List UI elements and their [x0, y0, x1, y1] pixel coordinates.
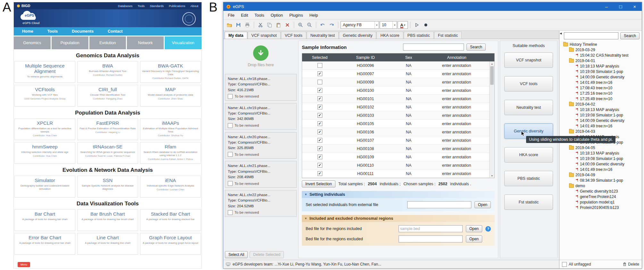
tree-item[interactable]: 10:19:08 Simulator:1-pop — [563, 112, 641, 118]
tool-card[interactable]: Stacked Bar Chart A package of tools for… — [140, 209, 201, 231]
method-button[interactable]: HKA score — [504, 147, 553, 163]
row-checkbox[interactable] — [318, 163, 322, 168]
row-checkbox[interactable] — [318, 121, 322, 126]
table-row[interactable]: HG00101 NA enter annotation — [302, 95, 489, 103]
row-checkbox[interactable] — [318, 105, 322, 109]
tree-item[interactable]: 10:18:13 MAP analysis — [563, 63, 641, 69]
tree-item[interactable]: 14:00:09 Genetic diversity — [563, 118, 641, 123]
row-checkbox[interactable] — [318, 138, 322, 143]
module-tab[interactable]: HKA score — [376, 32, 403, 39]
tool-card[interactable]: VCFtools Working with VCF files 1000 Gen… — [14, 85, 75, 107]
category-tab[interactable]: Genomics — [14, 36, 51, 49]
tree-item[interactable]: 15:04:32 CAS:Neutrality test — [563, 52, 641, 58]
tree-item[interactable]: 2019-03-29 — [563, 47, 641, 52]
method-button[interactable]: VCF snapshot — [504, 52, 553, 68]
history-search-button[interactable]: Search — [620, 32, 640, 39]
scroll-up-icon[interactable]: ▴ — [491, 61, 492, 66]
tree-item[interactable]: 2019-04-01 — [563, 58, 641, 63]
setting-individuals-header[interactable]: ▼ Setting individuals — [302, 191, 495, 198]
row-checkbox[interactable] — [318, 113, 322, 118]
to-be-removed-checkbox[interactable] — [228, 123, 233, 128]
tool-card[interactable]: Error Bar Chart A package of tools for d… — [14, 233, 75, 255]
tree-item[interactable]: geneTree:Protein124 — [563, 194, 641, 199]
category-tab[interactable]: Visualization — [165, 36, 202, 49]
tool-card[interactable]: Simulator Demography builder and coalesc… — [14, 176, 75, 197]
tool-card[interactable]: hmmSweep Inferring selection intensity a… — [14, 142, 75, 164]
tool-card[interactable]: tRNAscan-SE Searching for tRNA genes in … — [77, 142, 138, 164]
tool-card[interactable]: CIRI_full Circular RNA Identification To… — [77, 85, 138, 107]
table-row[interactable]: HG00110 NA enter annotation — [302, 161, 489, 170]
tree-item[interactable]: 14:01:49 tree:n=16 — [563, 123, 641, 129]
tool-card[interactable]: Rfam Search Rfam database to do ncRNA an… — [140, 142, 201, 164]
regions-included-input[interactable] — [399, 225, 463, 232]
minimize-button[interactable]: – — [599, 2, 614, 11]
module-tab[interactable]: Fst statistic — [434, 32, 462, 39]
menu-item[interactable]: File — [225, 12, 238, 19]
table-scrollbar[interactable]: ▴ ▾ — [489, 61, 494, 178]
help-icon[interactable]: ? — [485, 226, 491, 232]
tree-item[interactable]: Genetic diversity:b123 — [563, 188, 641, 194]
font-combo[interactable]: Agency FB ▾ — [341, 21, 379, 29]
module-tab[interactable]: VCF snapshot — [248, 32, 281, 39]
all-unflagged-checkbox[interactable] — [562, 262, 567, 267]
row-checkbox[interactable] — [318, 171, 322, 176]
method-button[interactable]: PBS statistic — [504, 171, 553, 186]
annotation-cell[interactable]: enter annotation — [424, 63, 489, 68]
annotation-cell[interactable]: enter annotation — [424, 155, 489, 159]
row-checkbox[interactable] — [318, 146, 322, 151]
save-icon[interactable] — [234, 21, 243, 29]
tool-card[interactable]: BWA-GATK Variant Discovery in High-Throu… — [140, 61, 201, 83]
tree-item[interactable]: 2019-04-05 — [563, 145, 641, 150]
tool-card[interactable]: Line Chart A package of tools for drawin… — [77, 233, 138, 255]
redo-icon[interactable] — [327, 21, 336, 29]
tool-card[interactable]: MAP Model-based analysis of proteomic da… — [140, 85, 201, 107]
file-item[interactable]: Name: ALL.chr21.phase... Type: CompressV… — [225, 161, 297, 188]
main-nav-link[interactable]: Home — [22, 29, 33, 34]
row-checkbox[interactable] — [318, 155, 322, 159]
collapse-panel-icon[interactable]: ◀ — [560, 32, 562, 35]
scroll-down-icon[interactable]: ▾ — [491, 173, 492, 178]
topbar-nav-link[interactable]: Databases — [118, 4, 132, 8]
topbar-nav-link[interactable]: About — [190, 4, 198, 8]
file-drop-zone[interactable]: Drop files here — [225, 41, 297, 72]
tool-card[interactable]: Bar Chart A package of tools for drawing… — [14, 209, 75, 231]
annotation-cell[interactable]: enter annotation — [424, 147, 489, 151]
annotation-cell[interactable]: enter annotation — [424, 72, 489, 76]
delete-selected-button[interactable]: Delete Selected — [250, 251, 284, 258]
tree-item[interactable]: 10:19:08 Simulator:1-pop — [563, 69, 641, 74]
table-row[interactable]: HG00105 NA enter annotation — [302, 120, 489, 128]
module-tab[interactable]: VCF tools — [281, 32, 306, 39]
record-icon[interactable] — [422, 21, 430, 29]
tree-item[interactable]: 10:19:08 Simulator:1-pop — [563, 156, 641, 161]
table-row[interactable]: HG00111 NA enter annotation — [302, 170, 489, 178]
annotation-cell[interactable]: enter annotation — [424, 122, 489, 126]
tool-card[interactable]: SSN Sample-Specific Network analysis for… — [77, 176, 138, 197]
annotation-cell[interactable]: enter annotation — [424, 113, 489, 118]
module-tab[interactable]: My data — [225, 32, 247, 39]
method-button[interactable]: Neutrality test — [504, 100, 553, 115]
to-be-removed-checkbox[interactable] — [228, 152, 233, 157]
tree-item[interactable]: 10:18:13 MAP analysis — [563, 150, 641, 156]
regions-excluded-open-button[interactable]: Open — [466, 235, 482, 242]
menu-item[interactable]: Edit — [238, 12, 251, 19]
to-be-removed-checkbox[interactable] — [228, 94, 233, 99]
module-tab[interactable]: Genetic diversity — [339, 32, 376, 39]
external-file-input[interactable] — [407, 201, 471, 208]
tool-card[interactable]: iMAAPs Estimation of Multiple-Wave Popul… — [140, 118, 201, 140]
file-item[interactable]: Name: ALL.chr22.phase... Type: CompressV… — [225, 190, 297, 217]
font-size-combo[interactable]: 10 ▾ — [380, 21, 397, 29]
main-nav-link[interactable]: Tools — [47, 29, 58, 34]
zoom-out-icon[interactable] — [305, 21, 314, 29]
copy-icon[interactable] — [265, 21, 274, 29]
regions-excluded-input[interactable] — [399, 235, 463, 242]
zoom-in-icon[interactable] — [296, 21, 305, 29]
tree-item[interactable]: 10:18:13 MAP analysis — [563, 107, 641, 112]
tree-item[interactable]: demo — [563, 183, 641, 188]
table-row[interactable]: HG00108 NA enter annotation — [302, 145, 489, 153]
module-tab[interactable]: PBS statistic — [404, 32, 434, 39]
tool-card[interactable]: Bar Brush Chart A package of tools for d… — [77, 209, 138, 231]
table-row[interactable]: HG00107 NA enter annotation — [302, 136, 489, 145]
maximize-button[interactable]: □ — [614, 2, 628, 11]
select-all-button[interactable]: Select All — [225, 251, 248, 258]
tree-item[interactable]: 14:01:49 tree:n=16 — [563, 80, 641, 85]
